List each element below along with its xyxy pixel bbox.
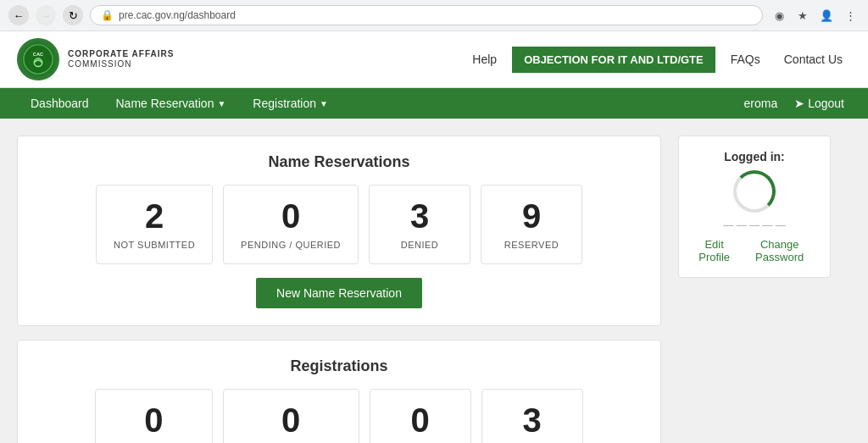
extensions-icon[interactable]: ◉	[770, 6, 788, 25]
not-submitted-number: 2	[114, 199, 195, 233]
reg-queried-number: 0	[387, 403, 453, 437]
registrations-section: Registrations 0 NOT SUBMITTED 0 PENDING …	[17, 340, 661, 443]
reserved-number: 9	[498, 199, 565, 233]
content-left: Name Reservations 2 NOT SUBMITTED 0 PEND…	[17, 136, 661, 443]
nav-dashboard[interactable]: Dashboard	[17, 88, 103, 119]
objection-button[interactable]: OBJECTION FOR IT AND LTD/GTE	[512, 47, 715, 73]
reserved-label: RESERVED	[498, 240, 565, 250]
registrations-title: Registrations	[35, 357, 643, 375]
denied-number: 3	[387, 199, 453, 233]
name-reservation-arrow: ▼	[217, 99, 225, 108]
site-header: CAC CORPORATE AFFAIRS COMMISSION Help OB…	[0, 31, 868, 88]
back-button[interactable]: ←	[8, 5, 29, 25]
profile-icon[interactable]: 👤	[817, 6, 836, 25]
logout-icon: ➤	[794, 97, 804, 110]
stat-box-reserved: 9 RESERVED	[481, 185, 582, 264]
url-text: pre.cac.gov.ng/dashboard	[119, 9, 236, 21]
reg-pending-approval-number: 0	[241, 403, 342, 437]
logged-in-title: Logged in:	[693, 150, 816, 163]
name-reservations-stats: 2 NOT SUBMITTED 0 PENDING / QUERIED 3 DE…	[35, 185, 643, 264]
svg-point-0	[24, 45, 53, 74]
reg-stat-pending-approval: 0 PENDING APPROVAL	[223, 389, 359, 443]
contact-link[interactable]: Contact Us	[776, 47, 851, 71]
user-info-placeholder: — — — — —	[693, 219, 816, 231]
nav-name-reservation[interactable]: Name Reservation ▼	[103, 88, 240, 119]
logout-button[interactable]: ➤ Logout	[787, 88, 851, 119]
main-nav-right: eroma ➤ Logout	[737, 88, 851, 119]
reg-stat-registered: 3 REGISTERED	[481, 389, 583, 443]
logged-in-card: Logged in: — — — — — Edit Profile Change…	[678, 136, 831, 278]
logo-circle: CAC	[17, 38, 59, 80]
reg-stat-not-submitted: 0 NOT SUBMITTED	[95, 389, 212, 443]
edit-profile-link[interactable]: Edit Profile	[693, 238, 736, 263]
logo-area: CAC CORPORATE AFFAIRS COMMISSION	[17, 38, 174, 80]
stat-box-not-submitted: 2 NOT SUBMITTED	[96, 185, 213, 264]
user-name: eroma	[737, 88, 784, 119]
main-nav: Dashboard Name Reservation ▼ Registratio…	[0, 88, 868, 119]
help-link[interactable]: Help	[464, 47, 505, 71]
menu-icon[interactable]: ⋮	[841, 6, 860, 25]
reg-stat-queried: 0 QUERIED	[370, 389, 471, 443]
browser-icons: ◉ ★ 👤 ⋮	[770, 6, 860, 25]
logo-text: CORPORATE AFFAIRS COMMISSION	[68, 49, 174, 69]
stat-box-pending-queried: 0 PENDING / QUERIED	[223, 185, 359, 264]
stat-box-denied: 3 DENIED	[369, 185, 470, 264]
not-submitted-label: NOT SUBMITTED	[114, 240, 195, 250]
nav-registration[interactable]: Registration ▼	[239, 88, 342, 119]
bookmark-icon[interactable]: ★	[793, 6, 812, 25]
spinner-container	[733, 170, 776, 213]
registration-arrow: ▼	[320, 99, 328, 108]
address-bar[interactable]: 🔒 pre.cac.gov.ng/dashboard	[90, 5, 763, 25]
browser-bar: ← → ↻ 🔒 pre.cac.gov.ng/dashboard ◉ ★ 👤 ⋮	[0, 0, 868, 31]
forward-button[interactable]: →	[36, 5, 56, 25]
main-nav-left: Dashboard Name Reservation ▼ Registratio…	[17, 88, 342, 119]
denied-label: DENIED	[387, 240, 453, 250]
registrations-stats: 0 NOT SUBMITTED 0 PENDING APPROVAL 0 QUE…	[35, 389, 643, 443]
change-password-link[interactable]: Change Password	[743, 238, 816, 263]
lock-icon: 🔒	[101, 9, 114, 21]
faqs-link[interactable]: FAQs	[722, 47, 769, 71]
reload-button[interactable]: ↻	[63, 5, 83, 25]
name-reservations-title: Name Reservations	[35, 153, 643, 171]
reg-not-submitted-number: 0	[113, 403, 194, 437]
name-reservations-section: Name Reservations 2 NOT SUBMITTED 0 PEND…	[17, 136, 661, 326]
content-right: Logged in: — — — — — Edit Profile Change…	[678, 136, 831, 443]
pending-queried-label: PENDING / QUERIED	[241, 240, 341, 250]
reg-registered-number: 3	[499, 403, 565, 437]
spinner-ring	[733, 170, 776, 213]
pending-queried-number: 0	[241, 199, 341, 233]
header-nav: Help OBJECTION FOR IT AND LTD/GTE FAQs C…	[464, 47, 851, 73]
svg-text:CAC: CAC	[33, 52, 43, 57]
main-content: Name Reservations 2 NOT SUBMITTED 0 PEND…	[0, 119, 848, 443]
new-reservation-button[interactable]: New Name Reservation	[256, 278, 422, 308]
profile-links: Edit Profile Change Password	[693, 238, 816, 263]
